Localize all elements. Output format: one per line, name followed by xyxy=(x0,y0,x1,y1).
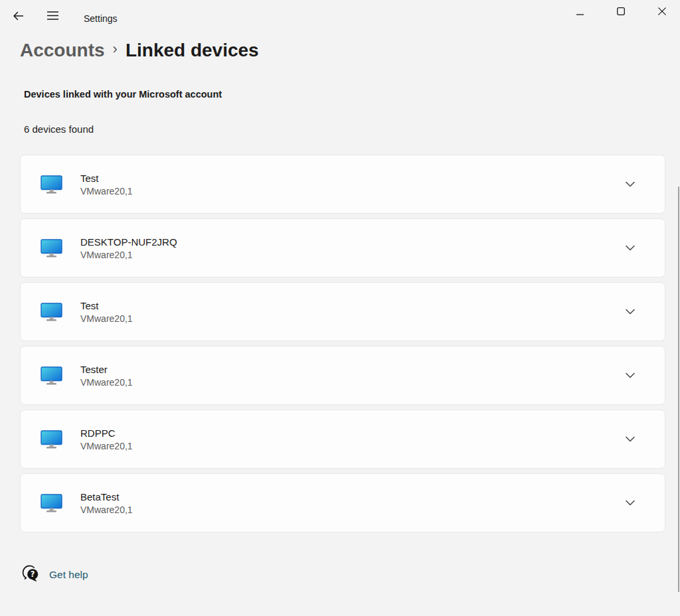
chevron-down-icon xyxy=(626,179,635,189)
device-name: Test xyxy=(80,300,133,311)
minimize-button[interactable] xyxy=(564,0,595,24)
device-model: VMware20,1 xyxy=(80,186,133,196)
monitor-icon xyxy=(41,303,63,321)
device-model: VMware20,1 xyxy=(80,313,133,324)
device-row[interactable]: RDPPC VMware20,1 xyxy=(20,410,665,469)
device-text: RDPPC VMware20,1 xyxy=(80,427,133,451)
chevron-down-icon xyxy=(626,243,635,253)
window-controls xyxy=(564,0,677,24)
breadcrumb: Accounts › Linked devices xyxy=(20,40,259,61)
device-row[interactable]: Test VMware20,1 xyxy=(20,282,665,341)
expand-device-button[interactable] xyxy=(620,429,640,449)
hamburger-menu-icon xyxy=(47,11,58,22)
settings-window: { "window": { "title": "Settings" }, "br… xyxy=(0,0,680,616)
chevron-down-icon xyxy=(626,307,635,317)
monitor-icon xyxy=(41,494,63,512)
back-button[interactable] xyxy=(5,5,31,28)
navigation-menu-button[interactable] xyxy=(40,5,65,28)
device-text: Tester VMware20,1 xyxy=(80,364,133,388)
page-title: Linked devices xyxy=(126,40,259,61)
maximize-icon xyxy=(617,7,625,17)
vertical-scrollbar-thumb[interactable] xyxy=(678,187,679,592)
device-name: DESKTOP-NUF2JRQ xyxy=(80,236,177,248)
app-title: Settings xyxy=(84,13,118,24)
device-name: BetaTest xyxy=(80,491,133,502)
device-name: RDPPC xyxy=(80,427,133,439)
maximize-button[interactable] xyxy=(606,0,636,24)
device-row[interactable]: BetaTest VMware20,1 xyxy=(20,473,665,532)
device-row[interactable]: Test VMware20,1 xyxy=(20,155,665,214)
chevron-down-icon xyxy=(626,434,635,444)
device-model: VMware20,1 xyxy=(80,250,177,260)
get-help-link[interactable]: ? Get help xyxy=(22,564,88,585)
help-bubble-icon: ? xyxy=(22,564,39,585)
svg-text:?: ? xyxy=(31,570,35,579)
device-row[interactable]: Tester VMware20,1 xyxy=(20,346,665,405)
expand-device-button[interactable] xyxy=(620,366,640,386)
device-count-text: 6 devices found xyxy=(24,123,94,135)
get-help-label: Get help xyxy=(49,569,88,581)
device-text: Test VMware20,1 xyxy=(80,300,133,324)
breadcrumb-separator-icon: › xyxy=(105,40,126,58)
device-text: DESKTOP-NUF2JRQ VMware20,1 xyxy=(80,236,177,260)
device-row[interactable]: DESKTOP-NUF2JRQ VMware20,1 xyxy=(20,218,665,277)
close-button[interactable] xyxy=(647,0,677,24)
monitor-icon xyxy=(41,430,63,449)
device-model: VMware20,1 xyxy=(80,441,133,451)
back-arrow-icon xyxy=(13,11,24,23)
expand-device-button[interactable] xyxy=(620,493,640,513)
monitor-icon xyxy=(41,366,63,385)
device-text: Test VMware20,1 xyxy=(80,173,133,196)
monitor-icon xyxy=(41,175,63,194)
device-list: Test VMware20,1 DESKT xyxy=(20,155,665,537)
breadcrumb-accounts[interactable]: Accounts xyxy=(20,40,105,61)
device-model: VMware20,1 xyxy=(80,377,133,388)
expand-device-button[interactable] xyxy=(620,238,640,258)
monitor-icon xyxy=(41,239,63,258)
chevron-down-icon xyxy=(626,498,635,508)
expand-device-button[interactable] xyxy=(620,175,640,194)
device-name: Tester xyxy=(80,364,133,375)
expand-device-button[interactable] xyxy=(620,302,640,322)
section-heading: Devices linked with your Microsoft accou… xyxy=(24,89,222,100)
chevron-down-icon xyxy=(626,370,635,380)
close-icon xyxy=(658,7,666,17)
titlebar: Settings xyxy=(0,0,680,32)
device-text: BetaTest VMware20,1 xyxy=(80,491,133,515)
minimize-icon xyxy=(576,7,584,17)
device-model: VMware20,1 xyxy=(80,504,133,515)
device-name: Test xyxy=(80,173,133,184)
